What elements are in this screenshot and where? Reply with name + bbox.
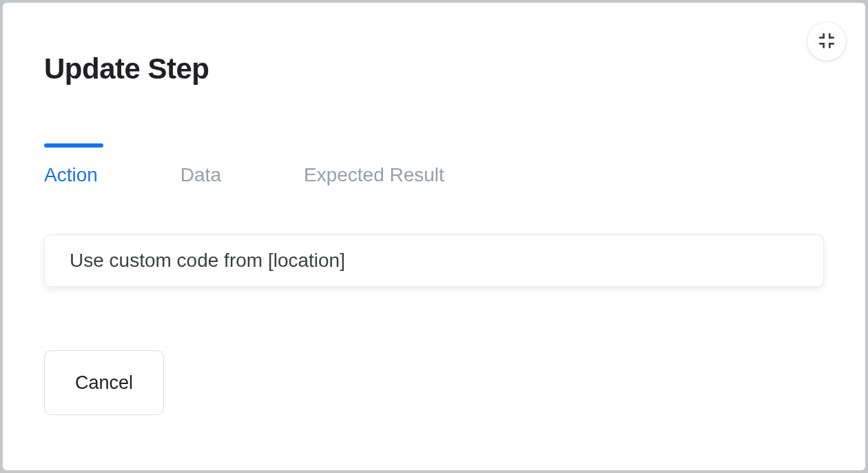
collapse-icon <box>818 32 836 52</box>
modal-actions: Cancel <box>44 350 824 415</box>
action-input-container <box>44 234 824 287</box>
tab-label: Action <box>44 164 98 185</box>
tab-bar: Action Data Expected Result <box>44 148 824 186</box>
tab-label: Data <box>180 164 221 185</box>
tab-expected-result[interactable]: Expected Result <box>304 148 444 186</box>
tab-data[interactable]: Data <box>180 148 221 186</box>
modal-title: Update Step <box>44 52 824 85</box>
update-step-modal: Update Step Action Data Expected Result … <box>3 3 865 470</box>
tab-action[interactable]: Action <box>44 148 98 186</box>
action-input[interactable] <box>44 234 824 287</box>
collapse-button[interactable] <box>807 22 846 61</box>
tab-label: Expected Result <box>304 164 444 185</box>
cancel-button[interactable]: Cancel <box>44 350 164 415</box>
